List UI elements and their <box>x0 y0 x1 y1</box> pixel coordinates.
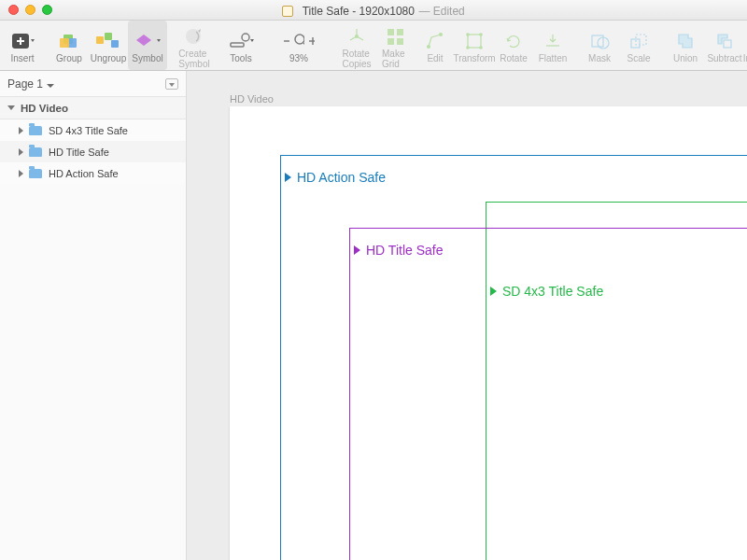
folder-icon <box>29 147 42 157</box>
disclosure-closed-icon[interactable] <box>19 127 23 134</box>
window-edited-indicator: — Edited <box>418 5 464 18</box>
action-safe-label: HD Action Safe <box>297 170 386 185</box>
layer-row[interactable]: HD Title Safe <box>0 141 186 162</box>
layer-row[interactable]: HD Action Safe <box>0 162 186 184</box>
folder-icon <box>29 126 42 135</box>
svg-rect-6 <box>96 36 104 44</box>
canvas[interactable]: HD Video HD Action Safe SD 4x3 Title Saf… <box>187 71 747 560</box>
svg-rect-33 <box>724 40 731 48</box>
svg-rect-18 <box>388 29 394 35</box>
tools-button[interactable]: Tools <box>221 21 261 70</box>
edit-label: Edit <box>427 53 443 63</box>
ungroup-button[interactable]: Ungroup <box>89 21 128 70</box>
svg-rect-24 <box>468 35 481 48</box>
subtract-button[interactable]: Subtract <box>705 21 744 70</box>
document-icon <box>282 6 293 17</box>
svg-rect-20 <box>388 38 394 45</box>
layers-list: SD 4x3 Title Safe HD Title Safe HD Actio… <box>0 119 186 184</box>
scale-button[interactable]: Scale <box>619 21 658 70</box>
svg-point-13 <box>295 35 304 44</box>
zoom-out-icon[interactable] <box>283 36 289 46</box>
window-controls <box>0 5 52 15</box>
page-popover-icon[interactable] <box>165 78 178 90</box>
disclosure-closed-icon[interactable] <box>19 148 23 156</box>
zoom-control[interactable]: 93% <box>268 21 330 70</box>
window-title: Title Safe - 1920x1080 <box>303 5 415 18</box>
page-selector[interactable]: Page 1 <box>0 71 186 97</box>
insert-button[interactable]: Insert <box>3 21 42 70</box>
transform-button[interactable]: Transform <box>455 21 494 70</box>
svg-point-17 <box>355 35 359 38</box>
page-label: Page 1 <box>7 77 54 91</box>
intersect-label: Intersect <box>743 53 747 63</box>
minimize-button[interactable] <box>25 5 35 15</box>
artboard-row[interactable]: HD Video <box>0 97 186 119</box>
scale-label: Scale <box>627 53 650 63</box>
mask-button[interactable]: Mask <box>580 21 619 70</box>
disclosure-closed-icon[interactable] <box>19 170 23 177</box>
rotate-copies-button[interactable]: Rotate Copies <box>337 21 376 70</box>
svg-point-11 <box>242 34 249 41</box>
svg-point-27 <box>466 46 470 49</box>
marker-icon <box>285 173 291 182</box>
subtract-label: Subtract <box>707 53 741 63</box>
svg-rect-19 <box>397 29 403 35</box>
flatten-label: Flatten <box>539 53 568 63</box>
zoom-button[interactable] <box>42 5 52 15</box>
title-safe-label: HD Title Safe <box>366 243 443 258</box>
group-button[interactable]: Group <box>49 21 89 70</box>
artboard-name: HD Video <box>21 103 68 114</box>
svg-rect-7 <box>105 33 112 40</box>
hd-title-safe-guide[interactable]: HD Title Safe <box>349 228 747 560</box>
svg-line-14 <box>303 43 304 48</box>
zoom-value: 93% <box>289 53 308 63</box>
disclosure-open-icon[interactable] <box>7 105 15 110</box>
svg-rect-5 <box>60 38 69 48</box>
edit-button[interactable]: Edit <box>416 21 455 70</box>
svg-point-23 <box>439 33 443 36</box>
zoom-in-icon[interactable] <box>308 36 315 46</box>
layer-name: HD Title Safe <box>49 147 109 158</box>
make-grid-label: Make Grid <box>382 49 410 69</box>
layer-row[interactable]: SD 4x3 Title Safe <box>0 119 186 141</box>
svg-rect-21 <box>397 38 403 45</box>
artboard-canvas-label[interactable]: HD Video <box>230 93 274 105</box>
rotate-copies-label: Rotate Copies <box>342 49 371 69</box>
layers-sidebar: Page 1 HD Video SD 4x3 Title Safe HD Tit… <box>0 71 187 560</box>
make-grid-button[interactable]: Make Grid <box>376 21 416 70</box>
svg-rect-10 <box>231 43 244 47</box>
transform-label: Transform <box>453 53 495 63</box>
mask-label: Mask <box>588 53 611 63</box>
symbol-button[interactable]: Symbol <box>128 21 167 70</box>
svg-point-26 <box>479 33 483 36</box>
union-label: Union <box>673 53 698 63</box>
artboard-surface[interactable]: HD Action Safe SD 4x3 Title Safe HD Titl… <box>230 106 747 560</box>
create-symbol-label: Create Symbol <box>178 49 209 69</box>
toolbar: Insert Group Ungroup Symbol Create Symbo… <box>0 21 747 71</box>
folder-icon <box>29 169 42 178</box>
title-bar: Title Safe - 1920x1080 — Edited <box>0 0 747 21</box>
union-button[interactable]: Union <box>666 21 705 70</box>
create-symbol-button[interactable]: Create Symbol <box>175 21 214 70</box>
svg-rect-8 <box>111 40 119 48</box>
magnifier-icon <box>293 33 304 49</box>
rotate-label: Rotate <box>500 53 527 63</box>
layer-name: HD Action Safe <box>49 168 119 179</box>
tools-label: Tools <box>230 53 251 63</box>
insert-label: Insert <box>10 53 34 63</box>
svg-point-25 <box>466 33 470 36</box>
group-label: Group <box>56 53 82 63</box>
symbol-label: Symbol <box>132 53 162 63</box>
svg-point-28 <box>479 46 483 49</box>
ungroup-label: Ungroup <box>91 53 126 63</box>
svg-point-22 <box>427 45 430 49</box>
layer-name: SD 4x3 Title Safe <box>49 125 128 136</box>
close-button[interactable] <box>8 5 19 15</box>
flatten-button[interactable]: Flatten <box>533 21 572 70</box>
marker-icon <box>354 245 360 255</box>
rotate-button[interactable]: Rotate <box>494 21 533 70</box>
